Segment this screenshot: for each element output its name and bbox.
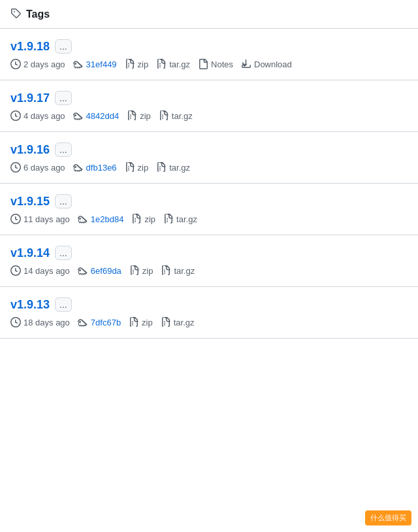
tag-meta-row: 14 days ago6ef69daziptar.gz — [10, 265, 408, 276]
tag-zip[interactable]: zip — [131, 214, 155, 224]
tag-targz[interactable]: tar.gz — [156, 59, 190, 69]
tag-zip[interactable]: zip — [129, 265, 153, 276]
tag-time-text: 14 days ago — [24, 266, 70, 276]
tag-entry: v1.9.13...18 days ago7dfc67bziptar.gz — [0, 287, 418, 339]
tag-more-button[interactable]: ... — [55, 39, 72, 54]
tag-name-link[interactable]: v1.9.13 — [10, 298, 50, 312]
tag-name-row: v1.9.14... — [10, 246, 408, 260]
tag-targz[interactable]: tar.gz — [163, 214, 197, 224]
tag-name-row: v1.9.15... — [10, 194, 408, 208]
tag-zip-link[interactable]: zip — [142, 318, 153, 327]
tag-commit[interactable]: 6ef69da — [78, 265, 121, 276]
tag-time-text: 6 days ago — [24, 163, 65, 173]
tag-entry: v1.9.18...2 days ago31ef449ziptar.gzNote… — [0, 29, 418, 80]
tag-commit-link[interactable]: 4842dd4 — [86, 111, 120, 121]
tag-meta-row: 6 days agodfb13e6ziptar.gz — [10, 162, 408, 173]
tag-name-link[interactable]: v1.9.15 — [10, 195, 50, 208]
tag-time: 18 days ago — [10, 317, 70, 327]
tag-time-text: 4 days ago — [24, 111, 65, 121]
tag-time: 6 days ago — [10, 162, 65, 173]
tag-zip[interactable]: zip — [125, 162, 149, 173]
tag-targz-link[interactable]: tar.gz — [174, 318, 195, 327]
tag-time-text: 2 days ago — [24, 59, 65, 69]
tag-entry: v1.9.15...11 days ago1e2bd84ziptar.gz — [0, 184, 418, 235]
tag-targz-link[interactable]: tar.gz — [169, 59, 190, 69]
tag-name-row: v1.9.18... — [10, 39, 408, 54]
tag-time-text: 18 days ago — [24, 318, 70, 327]
tag-targz-link[interactable]: tar.gz — [174, 266, 195, 276]
tag-entry: v1.9.14...14 days ago6ef69daziptar.gz — [0, 235, 418, 287]
tag-notes[interactable]: Notes — [198, 59, 233, 69]
tag-name-row: v1.9.17... — [10, 91, 408, 105]
tag-name-row: v1.9.13... — [10, 297, 408, 312]
tag-more-button[interactable]: ... — [55, 142, 72, 157]
tag-meta-row: 2 days ago31ef449ziptar.gzNotesDownload — [10, 59, 408, 69]
tag-targz[interactable]: tar.gz — [156, 162, 190, 173]
tag-commit[interactable]: 31ef449 — [73, 59, 117, 69]
tag-more-button[interactable]: ... — [55, 246, 72, 260]
tag-commit[interactable]: 7dfc67b — [78, 317, 121, 327]
tag-meta-row: 18 days ago7dfc67bziptar.gz — [10, 317, 408, 327]
tag-time-text: 11 days ago — [24, 214, 70, 224]
tag-name-link[interactable]: v1.9.16 — [10, 143, 50, 157]
tag-zip[interactable]: zip — [125, 59, 149, 69]
tag-icon — [10, 8, 21, 20]
tag-targz-link[interactable]: tar.gz — [169, 163, 190, 173]
tag-name-link[interactable]: v1.9.17 — [10, 91, 50, 105]
tag-zip-link[interactable]: zip — [144, 214, 155, 224]
tag-meta-row: 4 days ago4842dd4ziptar.gz — [10, 110, 408, 121]
tag-more-button[interactable]: ... — [55, 194, 72, 208]
tag-commit[interactable]: 4842dd4 — [73, 110, 120, 121]
tag-time: 2 days ago — [10, 59, 65, 69]
tag-time: 14 days ago — [10, 265, 70, 276]
tag-zip-link[interactable]: zip — [142, 266, 153, 276]
tag-commit-link[interactable]: 7dfc67b — [91, 318, 121, 327]
tag-zip[interactable]: zip — [127, 110, 151, 121]
tag-list: v1.9.18...2 days ago31ef449ziptar.gzNote… — [0, 29, 418, 339]
tag-meta-row: 11 days ago1e2bd84ziptar.gz — [10, 214, 408, 224]
tag-name-link[interactable]: v1.9.18 — [10, 40, 50, 54]
tag-commit[interactable]: dfb13e6 — [73, 162, 117, 173]
tag-name-link[interactable]: v1.9.14 — [10, 246, 50, 260]
tag-download[interactable]: Download — [241, 59, 292, 69]
tag-targz[interactable]: tar.gz — [159, 110, 193, 121]
tag-more-button[interactable]: ... — [55, 91, 72, 105]
tag-commit-link[interactable]: 1e2bd84 — [91, 214, 124, 224]
tag-commit[interactable]: 1e2bd84 — [78, 214, 124, 224]
tag-targz-link[interactable]: tar.gz — [176, 214, 197, 224]
tag-time: 4 days ago — [10, 110, 65, 121]
tag-zip-link[interactable]: zip — [138, 59, 149, 69]
tag-commit-link[interactable]: 31ef449 — [86, 59, 117, 69]
tag-notes-link[interactable]: Notes — [211, 59, 233, 69]
tag-entry: v1.9.16...6 days agodfb13e6ziptar.gz — [0, 132, 418, 184]
tag-more-button[interactable]: ... — [55, 297, 72, 312]
tag-commit-link[interactable]: 6ef69da — [91, 266, 121, 276]
tag-entry: v1.9.17...4 days ago4842dd4ziptar.gz — [0, 80, 418, 132]
page-title: Tags — [26, 8, 50, 20]
tag-name-row: v1.9.16... — [10, 142, 408, 157]
page-header: Tags — [0, 0, 418, 29]
tag-commit-link[interactable]: dfb13e6 — [86, 163, 117, 173]
tag-zip[interactable]: zip — [129, 317, 153, 327]
tag-targz[interactable]: tar.gz — [161, 265, 195, 276]
tag-zip-link[interactable]: zip — [138, 163, 149, 173]
tag-download-link[interactable]: Download — [254, 59, 292, 69]
tag-targz[interactable]: tar.gz — [161, 317, 195, 327]
tag-zip-link[interactable]: zip — [140, 111, 151, 121]
tag-time: 11 days ago — [10, 214, 70, 224]
tag-targz-link[interactable]: tar.gz — [172, 111, 193, 121]
